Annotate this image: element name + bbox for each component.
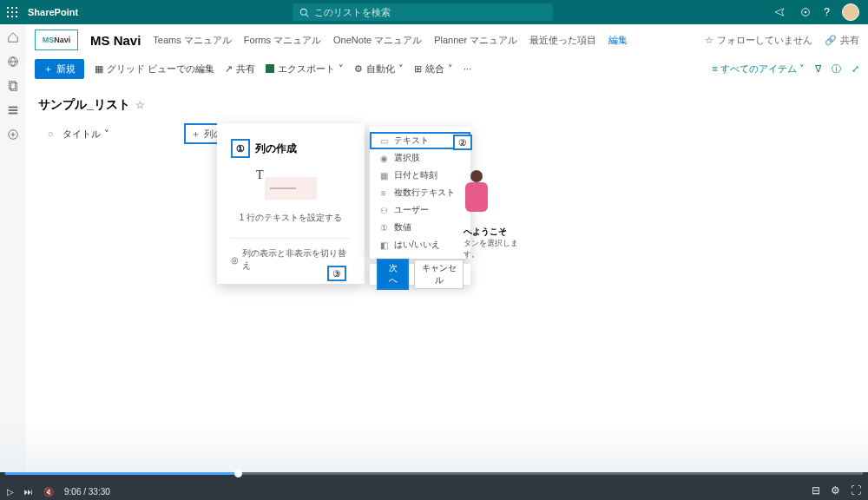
site-logo[interactable]: MSNavi xyxy=(35,30,78,50)
callout-title: 列の作成 xyxy=(255,141,297,156)
svg-rect-6 xyxy=(7,16,9,17)
fullscreen-icon[interactable]: ⛶ xyxy=(851,484,861,497)
cmd-automate[interactable]: ⚙ 自動化 ˅ xyxy=(354,62,404,76)
expand-icon[interactable]: ⤢ xyxy=(852,63,859,75)
type-number[interactable]: ①数値 xyxy=(370,219,470,236)
select-all[interactable]: ○ xyxy=(38,128,62,139)
list-area: サンプル_リスト ☆ ○ タイトル ˅ ＋ 列の追加↖ ①列の作成 1 行のテキ… xyxy=(26,82,868,144)
multiline-icon: ≡ xyxy=(378,188,389,198)
svg-rect-17 xyxy=(9,109,18,111)
hero-sub: タンを選択します。 xyxy=(464,238,533,260)
column-type-preview xyxy=(231,177,351,200)
calendar-icon: ▦ xyxy=(378,171,389,181)
type-multiline[interactable]: ≡複数行テキスト xyxy=(370,184,470,201)
choice-icon: ◉ xyxy=(378,154,389,163)
text-icon: ▭ xyxy=(378,136,389,146)
cc-icon[interactable]: ⊟ xyxy=(812,484,820,497)
settings-icon[interactable] xyxy=(799,6,812,18)
svg-rect-1 xyxy=(11,7,13,9)
cmd-share[interactable]: ↗ 共有 xyxy=(225,62,255,76)
list-icon[interactable] xyxy=(7,104,19,116)
play-icon[interactable]: ▷ xyxy=(7,487,14,497)
type-yesno[interactable]: ◧はい/いいえ xyxy=(370,236,470,253)
video-time: 9:06 / 33:30 xyxy=(64,487,110,497)
command-bar: ＋ 新規 ▦ グリッド ビューでの編集 ↗ 共有 エクスポート ˅ ⚙ 自動化 … xyxy=(26,56,868,82)
info-icon[interactable]: ⓘ xyxy=(832,62,841,76)
list-title: サンプル_リスト ☆ xyxy=(38,97,856,113)
excel-icon xyxy=(266,64,274,73)
yesno-icon: ◧ xyxy=(378,240,389,250)
app-launcher-icon[interactable] xyxy=(0,0,24,24)
video-settings-icon[interactable]: ⚙ xyxy=(831,484,840,497)
svg-rect-5 xyxy=(16,11,17,13)
cmd-overflow[interactable]: ··· xyxy=(464,63,471,74)
annotation-2: ② xyxy=(453,135,472,150)
nav-teams[interactable]: Teams マニュアル xyxy=(153,34,231,47)
view-selector[interactable]: ≡ すべてのアイテム ˅ xyxy=(712,62,805,76)
home-icon[interactable] xyxy=(7,31,19,43)
nav-edit[interactable]: 編集 xyxy=(608,34,628,47)
globe-icon[interactable] xyxy=(7,56,19,68)
svg-rect-18 xyxy=(9,113,18,115)
filter-icon[interactable]: ∇ xyxy=(815,63,821,75)
svg-rect-7 xyxy=(11,16,13,17)
video-controls: ▷ ⏭ 🔇 9:06 / 33:30 ⊟ ⚙ ⛶ xyxy=(0,472,868,500)
help-icon[interactable]: ? xyxy=(824,6,830,18)
video-fade xyxy=(0,420,868,472)
cancel-button[interactable]: キャンセル xyxy=(414,260,464,289)
number-icon: ① xyxy=(378,223,389,233)
hero-heading: へようこそ xyxy=(464,226,533,238)
type-datetime[interactable]: ▦日付と時刻 xyxy=(370,167,470,184)
send-icon[interactable] xyxy=(775,8,787,16)
volume-icon[interactable]: 🔇 xyxy=(43,487,54,497)
nav-planner[interactable]: Planner マニュアル xyxy=(434,34,517,47)
svg-line-10 xyxy=(306,14,308,16)
create-column-callout: ①列の作成 1 行のテキストを設定する ◎ 列の表示と非表示を切り替え xyxy=(217,123,365,284)
column-title[interactable]: タイトル ˅ xyxy=(62,128,184,141)
svg-point-9 xyxy=(300,9,306,15)
search-placeholder: このリストを検索 xyxy=(314,6,391,19)
svg-rect-2 xyxy=(16,7,17,9)
svg-rect-8 xyxy=(16,16,17,17)
video-progress[interactable] xyxy=(5,472,863,475)
avatar[interactable] xyxy=(842,3,859,21)
share-button[interactable]: 🔗 共有 xyxy=(825,34,859,47)
search-icon xyxy=(299,8,309,17)
callout-description: 1 行のテキストを設定する xyxy=(231,212,351,224)
follow-toggle[interactable]: ☆ フォローしていません xyxy=(705,34,812,47)
add-icon[interactable] xyxy=(7,128,19,141)
search-input[interactable]: このリストを検索 xyxy=(293,3,553,21)
svg-rect-3 xyxy=(7,11,9,13)
site-header: MSNavi MS Navi Teams マニュアル Forms マニュアル O… xyxy=(26,24,868,56)
hero-illustration xyxy=(464,170,498,222)
type-picker-footer: 次へ キャンセル xyxy=(370,264,470,285)
person-icon: ⚇ xyxy=(378,206,389,215)
site-area: MSNavi MS Navi Teams マニュアル Forms マニュアル O… xyxy=(26,24,868,144)
nav-onenote[interactable]: OneNote マニュアル xyxy=(333,34,422,47)
files-icon[interactable] xyxy=(7,80,19,92)
cmd-export[interactable]: エクスポート ˅ xyxy=(266,62,344,76)
site-name[interactable]: MS Navi xyxy=(90,33,141,48)
svg-rect-16 xyxy=(9,107,18,109)
svg-rect-4 xyxy=(11,11,13,13)
suite-app-name: SharePoint xyxy=(28,7,78,17)
left-rail xyxy=(0,24,26,472)
svg-point-12 xyxy=(805,11,807,14)
annotation-3: ③ xyxy=(327,266,346,281)
favorite-icon[interactable]: ☆ xyxy=(135,99,145,111)
annotation-1: ① xyxy=(231,139,250,158)
new-button[interactable]: ＋ 新規 xyxy=(35,59,84,79)
nav-recent[interactable]: 最近使った項目 xyxy=(529,34,596,47)
skip-icon[interactable]: ⏭ xyxy=(24,487,33,497)
welcome-hero: へようこそ タンを選択します。 xyxy=(464,170,533,260)
next-button[interactable]: 次へ xyxy=(377,259,409,290)
type-person[interactable]: ⚇ユーザー xyxy=(370,201,470,219)
type-choice[interactable]: ◉選択肢 xyxy=(370,149,470,167)
cmd-integrate[interactable]: ⊞ 統合 ˅ xyxy=(414,62,453,76)
cmd-grid-edit[interactable]: ▦ グリッド ビューでの編集 xyxy=(95,62,214,76)
svg-rect-0 xyxy=(7,7,9,9)
suite-bar: SharePoint このリストを検索 ? xyxy=(0,0,868,24)
nav-forms[interactable]: Forms マニュアル xyxy=(244,34,321,47)
